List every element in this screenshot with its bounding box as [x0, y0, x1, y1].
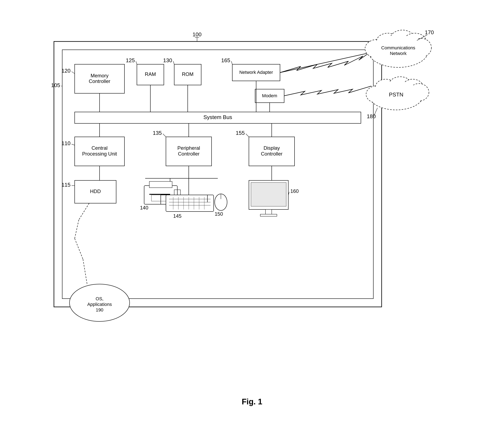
svg-rect-5 [232, 64, 280, 81]
svg-point-74 [402, 79, 423, 95]
svg-line-86 [79, 203, 89, 220]
svg-text:Controller: Controller [178, 151, 199, 157]
svg-text:160: 160 [290, 188, 299, 194]
svg-text:Communications: Communications [381, 45, 415, 50]
svg-line-81 [373, 108, 378, 117]
svg-text:165: 165 [221, 57, 230, 63]
svg-text:Central: Central [91, 145, 108, 151]
svg-point-65 [403, 33, 426, 50]
svg-rect-3 [137, 64, 164, 85]
svg-rect-92 [151, 195, 170, 201]
svg-text:Controller: Controller [261, 151, 282, 157]
svg-point-75 [409, 83, 429, 101]
svg-text:130: 130 [163, 57, 172, 63]
svg-point-67 [369, 35, 427, 66]
svg-text:150: 150 [215, 211, 223, 217]
svg-line-40 [72, 144, 75, 145]
svg-rect-2 [75, 64, 125, 93]
svg-text:170: 170 [425, 29, 434, 36]
svg-rect-11 [249, 137, 294, 166]
svg-text:HDD: HDD [90, 189, 101, 194]
svg-rect-111 [249, 180, 288, 209]
svg-point-66 [411, 38, 432, 57]
svg-text:Processing Unit: Processing Unit [82, 151, 117, 157]
svg-text:Modem: Modem [262, 93, 277, 98]
svg-line-46 [246, 134, 249, 137]
svg-point-76 [370, 82, 422, 109]
svg-rect-91 [149, 181, 172, 188]
svg-rect-10 [166, 137, 211, 166]
svg-point-82 [70, 284, 130, 321]
svg-rect-4 [174, 64, 201, 85]
svg-rect-90 [144, 186, 177, 204]
svg-line-87 [75, 220, 79, 238]
svg-text:Controller: Controller [89, 78, 110, 84]
svg-text:ROM: ROM [182, 71, 193, 77]
svg-text:100: 100 [192, 31, 201, 37]
svg-point-63 [377, 33, 399, 50]
svg-text:Memory: Memory [91, 73, 109, 78]
svg-rect-114 [260, 214, 277, 216]
svg-text:Fig. 1: Fig. 1 [242, 397, 262, 406]
svg-rect-12 [75, 180, 116, 203]
svg-text:OS,: OS, [96, 296, 103, 301]
svg-rect-113 [265, 209, 272, 215]
svg-point-70 [369, 81, 423, 110]
svg-point-61 [368, 34, 428, 67]
svg-point-71 [366, 86, 389, 103]
svg-text:System Bus: System Bus [204, 114, 232, 120]
svg-line-44 [163, 134, 166, 137]
svg-rect-96 [166, 195, 214, 212]
svg-line-116 [288, 192, 289, 195]
svg-rect-1 [62, 50, 373, 299]
svg-rect-0 [54, 42, 382, 307]
svg-text:Network: Network [390, 51, 407, 56]
svg-rect-9 [75, 137, 125, 166]
svg-line-88 [75, 238, 83, 259]
svg-rect-7 [75, 112, 361, 123]
svg-rect-112 [251, 183, 286, 206]
svg-text:Peripheral: Peripheral [177, 145, 200, 151]
svg-text:180: 180 [367, 113, 376, 119]
svg-rect-94 [174, 190, 180, 198]
svg-line-38 [231, 61, 232, 64]
svg-rect-6 [255, 89, 284, 103]
svg-point-73 [389, 77, 412, 93]
svg-text:120: 120 [62, 68, 71, 74]
svg-text:140: 140 [140, 205, 148, 210]
svg-point-62 [365, 39, 390, 58]
svg-point-64 [390, 30, 415, 49]
svg-text:190: 190 [96, 307, 103, 313]
svg-line-60 [280, 53, 369, 73]
svg-text:Network Adapter: Network Adapter [239, 70, 273, 75]
svg-point-72 [375, 79, 396, 95]
svg-text:115: 115 [62, 182, 71, 188]
svg-text:145: 145 [173, 213, 181, 219]
svg-text:110: 110 [62, 140, 71, 146]
svg-text:Applications: Applications [87, 302, 112, 307]
svg-line-32 [72, 71, 75, 74]
svg-text:135: 135 [153, 130, 162, 136]
svg-rect-93 [149, 194, 170, 195]
svg-text:125: 125 [126, 57, 135, 63]
svg-text:PSTN: PSTN [389, 91, 403, 98]
svg-line-34 [136, 61, 137, 64]
svg-text:155: 155 [236, 130, 245, 136]
svg-line-79 [417, 35, 427, 41]
svg-text:RAM: RAM [145, 71, 156, 77]
svg-line-36 [173, 61, 174, 64]
svg-text:Display: Display [264, 145, 280, 151]
svg-line-89 [83, 259, 87, 284]
svg-text:105: 105 [51, 82, 60, 88]
svg-point-108 [215, 194, 227, 210]
